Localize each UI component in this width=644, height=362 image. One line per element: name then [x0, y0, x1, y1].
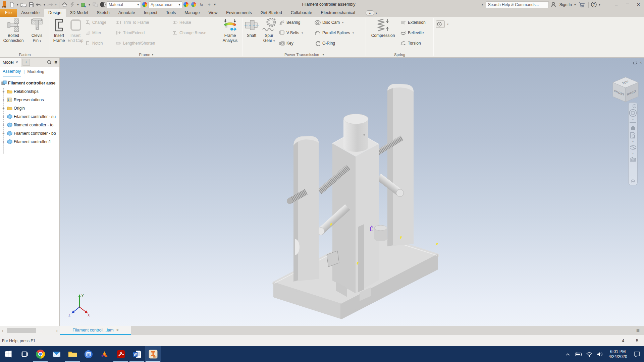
tab-manage[interactable]: Manage [180, 9, 204, 17]
look-at-icon[interactable] [630, 156, 636, 162]
help-icon[interactable]: ? [590, 1, 598, 8]
subtab-assembly[interactable]: Assembly [3, 67, 21, 76]
tab-sketch[interactable]: Sketch [92, 9, 114, 17]
v-belts-button[interactable]: V-Belts▾ [279, 29, 303, 36]
extension-spring-button[interactable]: Extension [400, 19, 426, 26]
taskbar-matlab[interactable] [97, 346, 113, 362]
doc-restore-icon[interactable] [633, 61, 637, 64]
insert-component-button[interactable] [80, 1, 88, 8]
tree-item-part-3[interactable]: + Filament controller - bo [0, 129, 59, 137]
adjust-appearance-icon[interactable] [182, 1, 190, 8]
tab-file[interactable]: File [0, 9, 17, 17]
panel-options-button[interactable]: ▾ [436, 21, 448, 27]
tree-item-origin[interactable]: + Origin [0, 104, 59, 112]
wifi-icon[interactable] [585, 352, 594, 357]
frame-analysis-button[interactable]: Frame Analysis [219, 17, 241, 43]
clear-appearance-icon[interactable] [190, 1, 198, 8]
panel-label-frame[interactable]: Frame▾ [50, 53, 243, 57]
open-file-button[interactable] [19, 1, 27, 8]
panel-label-power-transmission[interactable]: Power Transmission▾ [243, 53, 366, 57]
parameters-fx-button[interactable]: fx [198, 1, 205, 8]
tray-expand-icon[interactable] [564, 353, 572, 356]
navbar-dropdown-icon[interactable]: ▾ [632, 152, 634, 155]
save-button[interactable] [27, 1, 35, 8]
spur-gear-dropdown[interactable]: ▾ [273, 39, 275, 43]
shaft-button[interactable]: Shaft [244, 17, 260, 38]
restore-button[interactable] [622, 0, 633, 9]
tree-item-part-2[interactable]: + filament controller - to [0, 121, 59, 129]
search-expand-arrow[interactable]: ▸ [482, 3, 484, 6]
taskbar-file-explorer[interactable] [64, 346, 80, 362]
clevis-pin-button[interactable]: Clevis Pin ▾ [26, 17, 48, 43]
undo-button[interactable] [35, 1, 43, 8]
scrollbar-thumb[interactable] [7, 328, 36, 333]
undo-dropdown[interactable]: ▾ [43, 1, 46, 8]
battery-icon[interactable] [574, 352, 583, 356]
tab-design[interactable]: Design [44, 9, 66, 17]
tab-assemble[interactable]: Assemble [17, 9, 44, 17]
browser-tab-model[interactable]: Model × [0, 58, 21, 67]
taskbar-mail[interactable] [48, 346, 64, 362]
clevis-pin-dropdown[interactable]: ▾ [40, 39, 41, 43]
tab-3d-model[interactable]: 3D Model [66, 9, 93, 17]
taskbar-calendar-app[interactable] [80, 346, 97, 362]
browser-menu-icon[interactable]: ≡ [54, 59, 57, 65]
help-dropdown[interactable]: ▾ [598, 1, 601, 8]
spur-gear-button[interactable]: Spur Gear ▾ [260, 17, 278, 43]
expander-icon[interactable]: + [2, 106, 5, 110]
document-tab-active[interactable]: Filament controll...iam × [60, 326, 131, 335]
disc-cam-button[interactable]: Disc Cam▾ [315, 19, 343, 26]
taskbar-chrome[interactable] [32, 346, 48, 362]
material-combo[interactable]: Material▾ [107, 1, 141, 8]
browser-add-tab-button[interactable]: + [22, 59, 30, 66]
graphics-viewport[interactable]: × TOP FRONT RIGHT ▾ ▾ ▾ [60, 58, 644, 326]
expander-icon[interactable]: + [2, 123, 5, 127]
task-view-button[interactable] [16, 346, 32, 362]
appearance-combo[interactable]: Appearance▾ [149, 1, 182, 8]
tab-annotate[interactable]: Annotate [114, 9, 140, 17]
compression-spring-button[interactable]: Compression [367, 17, 399, 38]
disc-cam-dropdown[interactable]: ▾ [342, 21, 343, 24]
store-cart-icon[interactable] [577, 1, 587, 8]
search-input[interactable] [486, 1, 549, 8]
qat-customize-dropdown[interactable]: ▾ [213, 1, 217, 8]
navigation-wheel-icon[interactable] [629, 109, 637, 117]
close-button[interactable]: × [633, 0, 644, 9]
bearing-button[interactable]: Bearing [279, 19, 300, 26]
expander-icon[interactable]: + [2, 115, 5, 119]
browser-horizontal-scrollbar[interactable]: ‹ › [0, 326, 60, 335]
action-center-icon[interactable] [631, 351, 643, 357]
sign-in-dropdown[interactable]: ▾ [573, 1, 577, 8]
belleville-spring-button[interactable]: Belleville [400, 29, 424, 36]
parallel-splines-dropdown[interactable]: ▾ [353, 31, 354, 35]
pan-icon[interactable] [630, 124, 636, 131]
home-view-button[interactable] [61, 1, 68, 8]
tab-tools[interactable]: Tools [162, 9, 180, 17]
qat-add-button[interactable]: + [205, 1, 213, 8]
new-file-button[interactable] [8, 1, 16, 8]
document-tab-close-icon[interactable]: × [116, 328, 119, 333]
expander-icon[interactable]: + [2, 89, 5, 94]
tree-item-assembly-root[interactable]: Filament controller asse [0, 79, 59, 87]
start-button[interactable] [0, 346, 16, 362]
browser-search-icon[interactable] [47, 60, 52, 65]
volume-icon[interactable] [596, 352, 604, 357]
expander-icon[interactable]: + [2, 98, 5, 102]
navbar-dropdown-icon[interactable]: ▾ [632, 140, 634, 143]
orbit-icon[interactable] [630, 144, 637, 150]
document-tabs-menu-icon[interactable]: ≡ [632, 326, 644, 335]
tree-item-part-4[interactable]: + Filament controller:1 [0, 137, 59, 146]
tree-item-relationships[interactable]: + Relationships [0, 87, 59, 96]
assembly-3d-model[interactable] [60, 58, 644, 326]
insert-component-dropdown[interactable]: ▾ [88, 1, 91, 8]
key-button[interactable]: Key [279, 40, 293, 47]
new-file-dropdown[interactable]: ▾ [16, 1, 19, 8]
sign-in-label[interactable]: Sign In [559, 2, 572, 7]
tree-item-representations[interactable]: + Representations [0, 96, 59, 104]
ribbon-collapse-button[interactable]: ▴▾ [366, 9, 377, 17]
material-sphere-icon[interactable] [99, 1, 107, 8]
tab-get-started[interactable]: Get Started [256, 9, 286, 17]
v-belts-dropdown[interactable]: ▾ [302, 31, 303, 35]
sketch-flash-button[interactable] [68, 1, 76, 8]
scroll-left-icon[interactable]: ‹ [0, 328, 5, 333]
